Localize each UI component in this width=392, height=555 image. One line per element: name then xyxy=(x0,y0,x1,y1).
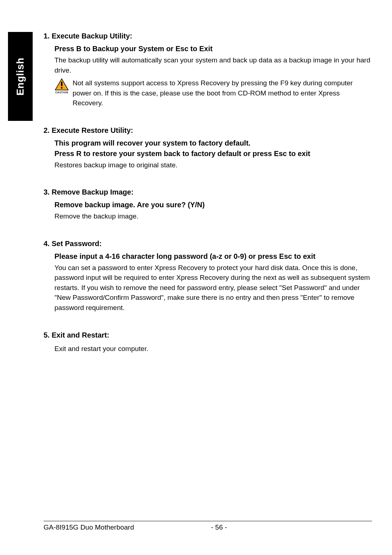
sub-section: Remove backup image. Are you sure? (Y/N)… xyxy=(54,201,372,221)
body-text: You can set a password to enter Xpress R… xyxy=(54,263,372,313)
footer: GA-8I915G Duo Motherboard - 56 - xyxy=(44,521,372,531)
sub-title: Press B to Backup your System or Esc to … xyxy=(54,45,372,53)
document-page: English 1. Execute Backup Utility: Press… xyxy=(0,0,392,555)
content-area: 1. Execute Backup Utility: Press B to Ba… xyxy=(44,32,372,354)
sub-section: Please input a 4-16 character long passw… xyxy=(54,252,372,313)
svg-rect-1 xyxy=(61,82,62,86)
section-set-password: 4. Set Password: Please input a 4-16 cha… xyxy=(44,240,372,313)
language-tab: English xyxy=(8,32,33,121)
footer-row: GA-8I915G Duo Motherboard - 56 - xyxy=(44,523,372,531)
svg-point-2 xyxy=(61,87,62,89)
sub-section: This program will recover your system to… xyxy=(54,139,372,170)
caution-label: CAUTION xyxy=(54,91,69,94)
section-restore-utility: 2. Execute Restore Utility: This program… xyxy=(44,126,372,170)
footer-product: GA-8I915G Duo Motherboard xyxy=(44,523,134,531)
sub-section: Exit and restart your computer. xyxy=(54,344,372,354)
section-title: 3. Remove Backup Image: xyxy=(44,188,372,196)
caution-block: CAUTION Not all systems support access t… xyxy=(54,78,372,108)
section-backup-utility: 1. Execute Backup Utility: Press B to Ba… xyxy=(44,32,372,108)
caution-text: Not all systems support access to Xpress… xyxy=(73,78,372,108)
section-title: 1. Execute Backup Utility: xyxy=(44,32,372,40)
body-text: Exit and restart your computer. xyxy=(54,344,372,354)
section-exit-restart: 5. Exit and Restart: Exit and restart yo… xyxy=(44,331,372,354)
sub-title: Please input a 4-16 character long passw… xyxy=(54,252,372,261)
section-remove-backup: 3. Remove Backup Image: Remove backup im… xyxy=(44,188,372,221)
body-text: Remove the backup image. xyxy=(54,211,372,221)
sub-title: Press R to restore your system back to f… xyxy=(54,150,372,158)
sub-title: Remove backup image. Are you sure? (Y/N) xyxy=(54,201,372,209)
section-title: 2. Execute Restore Utility: xyxy=(44,126,372,135)
caution-icon: CAUTION xyxy=(54,78,69,94)
sub-section: Press B to Backup your System or Esc to … xyxy=(54,45,372,108)
footer-page-number: - 56 - xyxy=(211,523,227,531)
sub-title: This program will recover your system to… xyxy=(54,139,372,147)
section-title: 5. Exit and Restart: xyxy=(44,331,372,339)
body-text: The backup utility will automatically sc… xyxy=(54,55,372,75)
footer-divider xyxy=(44,521,372,521)
language-label: English xyxy=(15,57,26,95)
section-title: 4. Set Password: xyxy=(44,240,372,248)
body-text: Restores backup image to original state. xyxy=(54,160,372,170)
